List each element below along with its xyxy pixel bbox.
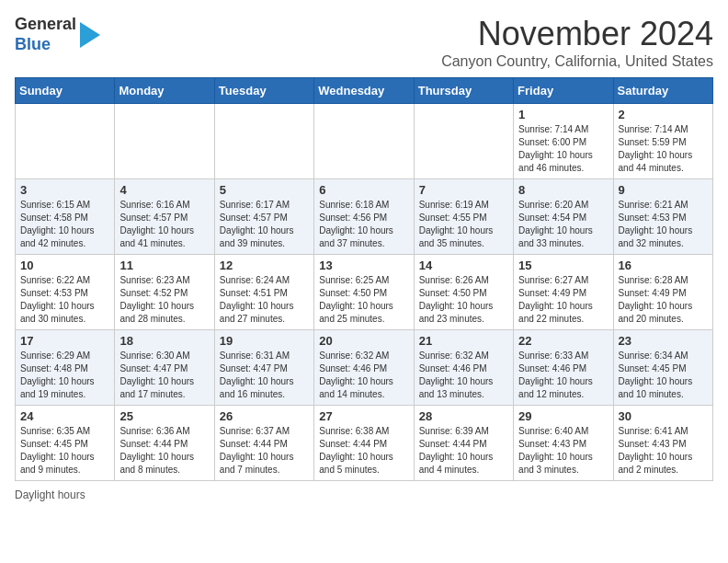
day-number: 3 — [20, 183, 109, 197]
day-number: 2 — [619, 108, 708, 121]
day-header-saturday: Saturday — [613, 78, 712, 104]
day-number: 23 — [619, 334, 708, 348]
calendar-cell: 6Sunrise: 6:18 AM Sunset: 4:56 PM Daylig… — [314, 179, 414, 255]
day-info: Sunrise: 6:38 AM Sunset: 4:44 PM Dayligh… — [319, 425, 408, 477]
day-number: 28 — [419, 409, 508, 423]
calendar-cell: 16Sunrise: 6:28 AM Sunset: 4:49 PM Dayli… — [613, 255, 712, 330]
day-info: Sunrise: 6:32 AM Sunset: 4:46 PM Dayligh… — [419, 350, 508, 401]
day-info: Sunrise: 6:20 AM Sunset: 4:54 PM Dayligh… — [518, 199, 608, 250]
calendar-cell: 29Sunrise: 6:40 AM Sunset: 4:43 PM Dayli… — [514, 406, 613, 481]
day-info: Sunrise: 6:15 AM Sunset: 4:58 PM Dayligh… — [20, 199, 109, 250]
day-info: Sunrise: 6:18 AM Sunset: 4:56 PM Dayligh… — [319, 199, 408, 250]
calendar-cell: 4Sunrise: 6:16 AM Sunset: 4:57 PM Daylig… — [115, 179, 214, 255]
day-number: 4 — [119, 183, 209, 197]
calendar-cell: 7Sunrise: 6:19 AM Sunset: 4:55 PM Daylig… — [414, 179, 513, 255]
day-info: Sunrise: 6:31 AM Sunset: 4:47 PM Dayligh… — [220, 350, 309, 401]
day-info: Sunrise: 6:23 AM Sunset: 4:52 PM Dayligh… — [119, 274, 209, 326]
calendar-cell: 17Sunrise: 6:29 AM Sunset: 4:48 PM Dayli… — [16, 330, 115, 406]
day-info: Sunrise: 6:29 AM Sunset: 4:48 PM Dayligh… — [20, 350, 109, 401]
day-number: 30 — [619, 409, 708, 423]
day-number: 6 — [319, 183, 408, 197]
calendar-cell: 18Sunrise: 6:30 AM Sunset: 4:47 PM Dayli… — [115, 330, 214, 406]
day-number: 5 — [220, 183, 309, 197]
day-header-friday: Friday — [514, 78, 613, 104]
location-subtitle: Canyon Country, California, United State… — [441, 53, 713, 70]
day-info: Sunrise: 6:16 AM Sunset: 4:57 PM Dayligh… — [119, 199, 209, 250]
day-number: 29 — [518, 409, 608, 423]
day-info: Sunrise: 6:39 AM Sunset: 4:44 PM Dayligh… — [419, 425, 508, 477]
calendar-cell: 20Sunrise: 6:32 AM Sunset: 4:46 PM Dayli… — [314, 330, 414, 406]
calendar-cell: 14Sunrise: 6:26 AM Sunset: 4:50 PM Dayli… — [414, 255, 513, 330]
day-header-tuesday: Tuesday — [214, 78, 313, 104]
day-header-thursday: Thursday — [414, 78, 513, 104]
calendar-cell: 1Sunrise: 7:14 AM Sunset: 6:00 PM Daylig… — [514, 104, 613, 179]
calendar-cell — [414, 104, 513, 179]
day-number: 7 — [419, 183, 508, 197]
calendar-cell: 25Sunrise: 6:36 AM Sunset: 4:44 PM Dayli… — [115, 406, 214, 481]
calendar-cell — [16, 104, 115, 179]
calendar-cell: 23Sunrise: 6:34 AM Sunset: 4:45 PM Dayli… — [613, 330, 712, 406]
day-number: 21 — [419, 334, 508, 348]
calendar-cell — [115, 104, 214, 179]
calendar-cell: 27Sunrise: 6:38 AM Sunset: 4:44 PM Dayli… — [314, 406, 414, 481]
day-info: Sunrise: 6:22 AM Sunset: 4:53 PM Dayligh… — [20, 274, 109, 326]
day-info: Sunrise: 6:27 AM Sunset: 4:49 PM Dayligh… — [518, 274, 608, 326]
calendar-cell: 30Sunrise: 6:41 AM Sunset: 4:43 PM Dayli… — [613, 406, 712, 481]
svg-marker-0 — [80, 22, 100, 48]
day-info: Sunrise: 6:25 AM Sunset: 4:50 PM Dayligh… — [319, 274, 408, 326]
calendar-week-row: 3Sunrise: 6:15 AM Sunset: 4:58 PM Daylig… — [16, 179, 713, 255]
calendar-cell: 12Sunrise: 6:24 AM Sunset: 4:51 PM Dayli… — [214, 255, 313, 330]
day-number: 8 — [518, 183, 608, 197]
calendar-week-row: 1Sunrise: 7:14 AM Sunset: 6:00 PM Daylig… — [16, 104, 713, 179]
day-number: 9 — [619, 183, 708, 197]
day-info: Sunrise: 6:24 AM Sunset: 4:51 PM Dayligh… — [220, 274, 309, 326]
day-number: 27 — [319, 409, 408, 423]
calendar-week-row: 24Sunrise: 6:35 AM Sunset: 4:45 PM Dayli… — [16, 406, 713, 481]
day-info: Sunrise: 6:21 AM Sunset: 4:53 PM Dayligh… — [619, 199, 708, 250]
day-number: 1 — [518, 108, 608, 121]
day-info: Sunrise: 6:26 AM Sunset: 4:50 PM Dayligh… — [419, 274, 508, 326]
day-info: Sunrise: 7:14 AM Sunset: 5:59 PM Dayligh… — [619, 123, 708, 175]
calendar-cell: 13Sunrise: 6:25 AM Sunset: 4:50 PM Dayli… — [314, 255, 414, 330]
day-number: 12 — [220, 259, 309, 272]
calendar-cell: 11Sunrise: 6:23 AM Sunset: 4:52 PM Dayli… — [115, 255, 214, 330]
calendar-cell: 26Sunrise: 6:37 AM Sunset: 4:44 PM Dayli… — [214, 406, 313, 481]
calendar-cell: 24Sunrise: 6:35 AM Sunset: 4:45 PM Dayli… — [16, 406, 115, 481]
day-number: 18 — [119, 334, 209, 348]
day-number: 20 — [319, 334, 408, 348]
calendar-cell: 9Sunrise: 6:21 AM Sunset: 4:53 PM Daylig… — [613, 179, 712, 255]
calendar-cell: 2Sunrise: 7:14 AM Sunset: 5:59 PM Daylig… — [613, 104, 712, 179]
day-info: Sunrise: 6:40 AM Sunset: 4:43 PM Dayligh… — [518, 425, 608, 477]
day-number: 26 — [220, 409, 309, 423]
day-info: Sunrise: 6:37 AM Sunset: 4:44 PM Dayligh… — [220, 425, 309, 477]
day-info: Sunrise: 6:41 AM Sunset: 4:43 PM Dayligh… — [619, 425, 708, 477]
calendar-cell — [314, 104, 414, 179]
calendar-cell: 5Sunrise: 6:17 AM Sunset: 4:57 PM Daylig… — [214, 179, 313, 255]
day-info: Sunrise: 6:28 AM Sunset: 4:49 PM Dayligh… — [619, 274, 708, 326]
logo-general: General — [15, 15, 76, 35]
calendar-cell: 8Sunrise: 6:20 AM Sunset: 4:54 PM Daylig… — [514, 179, 613, 255]
calendar-cell: 15Sunrise: 6:27 AM Sunset: 4:49 PM Dayli… — [514, 255, 613, 330]
day-header-wednesday: Wednesday — [314, 78, 414, 104]
day-info: Sunrise: 6:17 AM Sunset: 4:57 PM Dayligh… — [220, 199, 309, 250]
page-header: General Blue November 2024 Canyon Countr… — [15, 15, 713, 70]
day-info: Sunrise: 6:34 AM Sunset: 4:45 PM Dayligh… — [619, 350, 708, 401]
calendar-header-row: SundayMondayTuesdayWednesdayThursdayFrid… — [16, 78, 713, 104]
day-header-monday: Monday — [115, 78, 214, 104]
day-number: 15 — [518, 259, 608, 272]
day-info: Sunrise: 6:35 AM Sunset: 4:45 PM Dayligh… — [20, 425, 109, 477]
calendar-cell: 3Sunrise: 6:15 AM Sunset: 4:58 PM Daylig… — [16, 179, 115, 255]
calendar-cell: 28Sunrise: 6:39 AM Sunset: 4:44 PM Dayli… — [414, 406, 513, 481]
day-number: 16 — [619, 259, 708, 272]
day-info: Sunrise: 6:36 AM Sunset: 4:44 PM Dayligh… — [119, 425, 209, 477]
title-block: November 2024 Canyon Country, California… — [441, 15, 713, 70]
calendar-cell — [214, 104, 313, 179]
calendar-cell: 10Sunrise: 6:22 AM Sunset: 4:53 PM Dayli… — [16, 255, 115, 330]
calendar-cell: 21Sunrise: 6:32 AM Sunset: 4:46 PM Dayli… — [414, 330, 513, 406]
calendar-week-row: 17Sunrise: 6:29 AM Sunset: 4:48 PM Dayli… — [16, 330, 713, 406]
logo: General Blue — [15, 15, 100, 54]
calendar-cell: 19Sunrise: 6:31 AM Sunset: 4:47 PM Dayli… — [214, 330, 313, 406]
day-number: 24 — [20, 409, 109, 423]
day-number: 10 — [20, 259, 109, 272]
day-number: 19 — [220, 334, 309, 348]
